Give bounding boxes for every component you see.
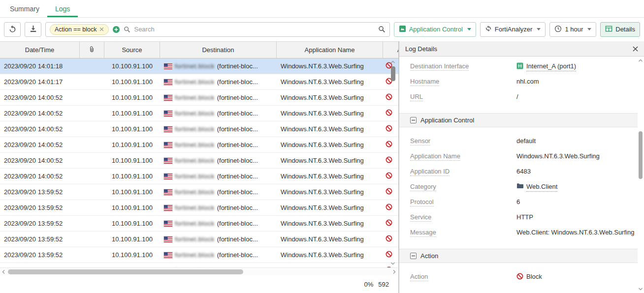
- cell-application: Windows.NT.6.3.Web.Surfing: [277, 153, 383, 168]
- scroll-down-icon[interactable]: [389, 261, 396, 266]
- scroll-down-icon[interactable]: [637, 286, 644, 292]
- table-row[interactable]: 2023/09/20 14:00:52 10.100.91.100 fortin…: [0, 153, 398, 169]
- cell-attachment: [80, 184, 104, 200]
- horizontal-scroll-thumb[interactable]: [8, 269, 243, 274]
- details-section-header[interactable]: Action: [399, 249, 638, 263]
- table-row[interactable]: 2023/09/20 14:00:52 10.100.91.100 fortin…: [0, 121, 398, 137]
- header-destination[interactable]: Destination: [160, 42, 277, 58]
- log-details-panel: Log Details Destination InterfaceInterne…: [399, 41, 644, 293]
- us-flag-icon: [164, 174, 172, 179]
- destination-text: (fortinet-bloc...: [217, 110, 258, 117]
- cell-destination: fortinet.block (fortinet-bloc...: [160, 153, 277, 168]
- scroll-right-icon[interactable]: [391, 269, 398, 275]
- collapse-icon[interactable]: [410, 253, 417, 259]
- detail-field-row: Hostnamenhl.com: [399, 74, 638, 89]
- cell-source: 10.100.91.100: [104, 90, 160, 105]
- collapse-icon[interactable]: [410, 117, 417, 123]
- table-vertical-scrollbar[interactable]: [389, 59, 396, 266]
- filter-pill[interactable]: Action == block: [50, 24, 109, 35]
- cell-source: 10.100.91.100: [104, 200, 160, 215]
- add-filter-icon[interactable]: [112, 26, 120, 33]
- details-scroll-thumb[interactable]: [639, 131, 643, 179]
- detail-field-row: CategoryWeb.Client: [399, 179, 638, 194]
- table-row[interactable]: 2023/09/20 14:01:18 10.100.91.100 fortin…: [0, 59, 398, 74]
- table-row[interactable]: 2023/09/20 13:58:52 10.100.91.100 fortin…: [0, 263, 398, 267]
- cell-source: 10.100.91.100: [104, 263, 160, 267]
- cell-attachment: [80, 90, 104, 105]
- header-datetime[interactable]: Date/Time: [0, 42, 80, 58]
- table-row[interactable]: 2023/09/20 14:01:17 10.100.91.100 fortin…: [0, 74, 398, 90]
- cell-datetime: 2023/09/20 13:58:52: [0, 263, 80, 267]
- time-range-dropdown[interactable]: 1 hour: [549, 22, 596, 37]
- tab-logs[interactable]: Logs: [47, 0, 78, 17]
- search-input[interactable]: [134, 26, 374, 33]
- cell-datetime: 2023/09/20 14:00:52: [0, 153, 80, 168]
- search-bar[interactable]: Action == block: [45, 22, 390, 37]
- status-bar: 0% 592: [0, 275, 398, 293]
- scroll-up-icon[interactable]: [637, 58, 644, 63]
- scroll-up-icon[interactable]: [389, 59, 396, 65]
- detail-label: Application ID: [410, 164, 516, 176]
- download-icon: [30, 25, 37, 34]
- filter-pill-close-icon[interactable]: [99, 27, 104, 31]
- table-row[interactable]: 2023/09/20 13:59:52 10.100.91.100 fortin…: [0, 200, 398, 216]
- cell-source: 10.100.91.100: [104, 106, 160, 121]
- vertical-scroll-thumb[interactable]: [391, 66, 395, 81]
- header-attachment[interactable]: [80, 42, 104, 58]
- close-icon[interactable]: [633, 46, 638, 52]
- cell-source: 10.100.91.100: [104, 74, 160, 89]
- detail-value[interactable]: Web.Client: [516, 179, 638, 192]
- filter-search-icon[interactable]: [124, 26, 130, 33]
- table-row[interactable]: 2023/09/20 14:00:52 10.100.91.100 fortin…: [0, 90, 398, 106]
- destination-redacted-text: fortinet.block: [175, 157, 215, 164]
- destination-text: (fortinet-bloc...: [217, 204, 258, 211]
- destination-text: (fortinet-bloc...: [217, 125, 258, 133]
- cell-application: Windows.NT.6.3.Web.Surfing: [277, 137, 383, 152]
- detail-value[interactable]: Internet_A (port1): [516, 59, 638, 71]
- table-row[interactable]: 2023/09/20 14:00:52 10.100.91.100 fortin…: [0, 169, 398, 184]
- tab-summary[interactable]: Summary: [2, 0, 47, 17]
- cell-datetime: 2023/09/20 14:01:17: [0, 74, 80, 89]
- cell-attachment: [80, 137, 104, 152]
- cell-attachment: [80, 59, 104, 74]
- detail-label: Sensor: [410, 133, 516, 146]
- cell-destination: fortinet.block (fortinet-bloc...: [160, 184, 277, 200]
- detail-label: URL: [410, 89, 516, 101]
- table-row[interactable]: 2023/09/20 13:59:52 10.100.91.100 fortin…: [0, 216, 398, 232]
- folder-icon: [516, 182, 523, 189]
- table-row[interactable]: 2023/09/20 13:59:52 10.100.91.100 fortin…: [0, 184, 398, 200]
- cell-destination: fortinet.block (fortinet-bloc...: [160, 263, 277, 267]
- details-section-header[interactable]: Application Control: [399, 113, 638, 127]
- header-application[interactable]: Application Name: [277, 42, 383, 58]
- application-control-dropdown[interactable]: Application Control: [394, 22, 476, 37]
- application-control-icon: [399, 25, 406, 34]
- search-submit-icon[interactable]: [378, 26, 386, 33]
- us-flag-icon: [164, 252, 172, 258]
- details-scrollbar[interactable]: [638, 58, 644, 292]
- details-toggle-button[interactable]: Details: [600, 22, 640, 37]
- fortianalyzer-label: FortiAnalyzer: [495, 26, 533, 33]
- destination-text: (fortinet-bloc...: [217, 220, 258, 227]
- cell-destination: fortinet.block (fortinet-bloc...: [160, 74, 277, 89]
- cell-source: 10.100.91.100: [104, 216, 160, 231]
- header-action[interactable]: Acti: [383, 42, 398, 58]
- table-row[interactable]: 2023/09/20 14:00:52 10.100.91.100 fortin…: [0, 137, 398, 153]
- refresh-button[interactable]: [4, 22, 21, 37]
- detail-field-row: ServiceHTTP: [399, 209, 638, 225]
- refresh-icon: [9, 25, 16, 34]
- detail-value: 6483: [516, 164, 638, 176]
- table-row[interactable]: 2023/09/20 13:59:52 10.100.91.100 fortin…: [0, 232, 398, 247]
- download-button[interactable]: [25, 22, 41, 37]
- header-source[interactable]: Source: [104, 42, 160, 58]
- cell-source: 10.100.91.100: [104, 169, 160, 184]
- detail-value: default: [516, 133, 638, 146]
- table-row[interactable]: 2023/09/20 13:59:52 10.100.91.100 fortin…: [0, 247, 398, 263]
- table-horizontal-scrollbar[interactable]: [0, 267, 398, 275]
- fortianalyzer-dropdown[interactable]: FortiAnalyzer: [480, 22, 546, 37]
- detail-field-row: Sensordefault: [399, 133, 638, 148]
- us-flag-icon: [164, 142, 172, 148]
- scroll-left-icon[interactable]: [0, 269, 7, 275]
- horizontal-scroll-track[interactable]: [7, 268, 391, 275]
- cell-application: Windows.NT.6.3.Web.Surfing: [277, 90, 383, 105]
- table-row[interactable]: 2023/09/20 14:00:52 10.100.91.100 fortin…: [0, 106, 398, 121]
